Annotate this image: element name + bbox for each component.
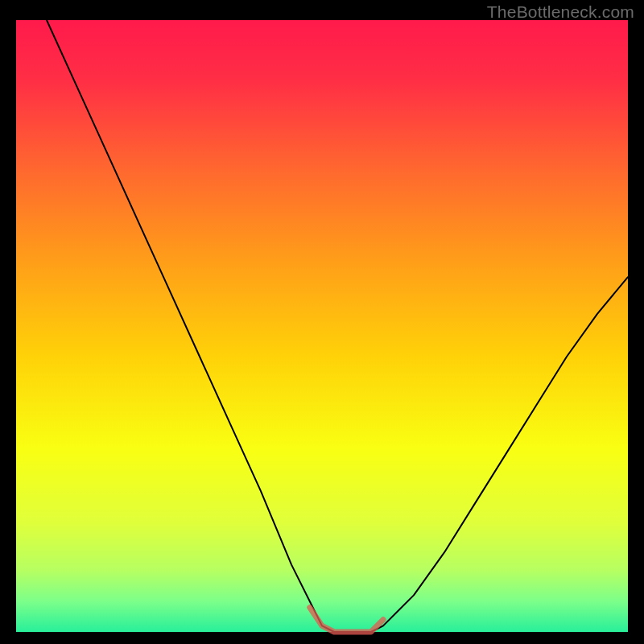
watermark-text: TheBottleneck.com <box>487 2 634 22</box>
plot-area <box>16 20 628 632</box>
optimal-zone-highlight <box>310 608 383 632</box>
bottleneck-curve <box>47 20 628 632</box>
chart-stage: TheBottleneck.com <box>0 0 644 644</box>
curves-layer <box>16 20 628 632</box>
